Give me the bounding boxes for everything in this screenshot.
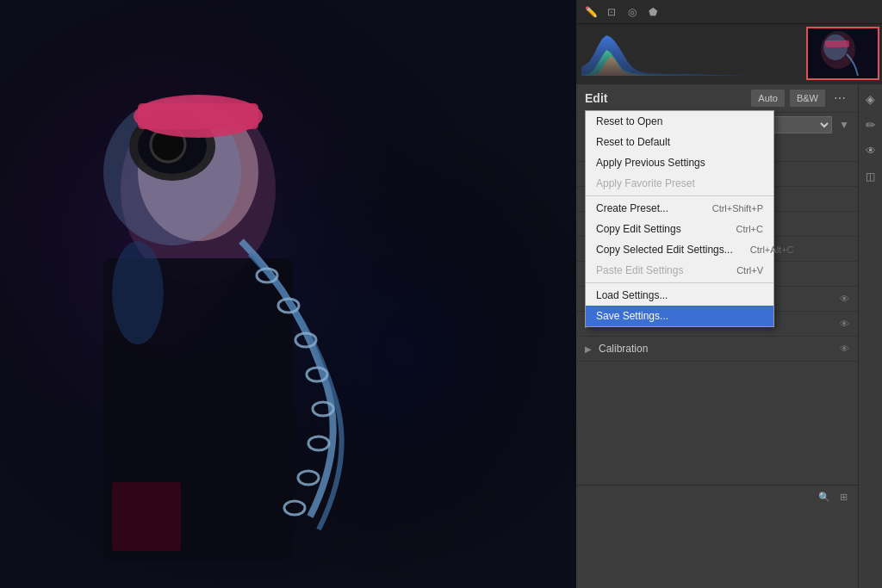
svg-rect-11	[138, 103, 258, 129]
context-menu-item-create_preset[interactable]: Create Preset...Ctrl+Shift+P	[586, 198, 773, 219]
brush-icon[interactable]: ✏	[861, 115, 880, 134]
side-icons-panel: ◈ ✏ 👁 ◫	[858, 84, 882, 588]
context-menu-label-apply_favorite_preset: Apply Favorite Preset	[596, 177, 695, 189]
svg-rect-21	[112, 482, 181, 551]
context-menu-shortcut-copy_selected_edit_settings: Ctrl+Alt+C	[750, 244, 794, 255]
profile-arrow-icon: ▼	[839, 119, 849, 131]
heal-icon[interactable]: ◎	[623, 3, 642, 22]
context-menu-item-paste_edit_settings: Paste Edit SettingsCtrl+V	[586, 260, 773, 281]
thumbnail-image[interactable]	[806, 27, 879, 80]
thumbnail-svg	[808, 28, 877, 78]
context-menu-label-reset_to_open: Reset to Open	[596, 115, 662, 127]
effects-eye-icon[interactable]: 👁	[840, 319, 849, 329]
photo-area	[0, 0, 576, 588]
context-menu-item-apply_favorite_preset: Apply Favorite Preset	[586, 173, 773, 194]
context-menu-label-reset_to_default: Reset to Default	[596, 136, 670, 148]
context-menu-item-copy_selected_edit_settings[interactable]: Copy Selected Edit Settings...Ctrl+Alt+C	[586, 239, 773, 260]
auto-button[interactable]: Auto	[751, 90, 785, 107]
context-menu-label-apply_previous_settings: Apply Previous Settings	[596, 157, 705, 169]
histogram-thumbnail-area	[576, 24, 882, 84]
context-menu-shortcut-create_preset: Ctrl+Shift+P	[712, 203, 763, 214]
context-menu-separator	[586, 282, 773, 283]
edit-title: Edit	[585, 91, 607, 105]
bottom-section: 🔍 ⊞	[576, 485, 858, 588]
context-menu-label-load_settings: Load Settings...	[596, 289, 668, 301]
bw-button[interactable]: B&W	[790, 90, 825, 107]
svg-rect-26	[825, 40, 849, 47]
context-menu-item-reset_to_default[interactable]: Reset to Default	[586, 132, 773, 152]
panel-item-calibration[interactable]: ▶Calibration👁	[576, 337, 858, 362]
context-menu-label-save_settings: Save Settings...	[596, 310, 668, 322]
navigator-icon[interactable]: ◈	[861, 90, 880, 108]
grid-icon[interactable]: ⊞	[835, 489, 851, 504]
mask-icon[interactable]: ⬟	[643, 3, 662, 22]
layers-icon[interactable]: ◫	[861, 167, 880, 186]
right-panel: ✏️ ⊡ ◎ ⬟	[576, 0, 882, 588]
histogram-svg	[581, 28, 798, 76]
context-menu: Reset to OpenReset to DefaultApply Previ…	[585, 110, 774, 327]
calibration-eye-icon[interactable]: 👁	[840, 344, 849, 354]
context-menu-label-paste_edit_settings: Paste Edit Settings	[596, 264, 683, 276]
edit-header: Edit Auto B&W ⋯	[576, 84, 858, 113]
context-menu-item-apply_previous_settings[interactable]: Apply Previous Settings	[586, 152, 773, 173]
calibration-label: Calibration	[599, 343, 840, 355]
context-menu-item-save_settings[interactable]: Save Settings...	[586, 306, 773, 326]
zoom-icon[interactable]: 🔍	[817, 489, 832, 504]
eye-icon[interactable]: 👁	[861, 141, 880, 160]
context-menu-item-copy_edit_settings[interactable]: Copy Edit SettingsCtrl+C	[586, 219, 773, 239]
context-menu-label-create_preset: Create Preset...	[596, 202, 668, 214]
crop-icon[interactable]: ⊡	[602, 3, 621, 22]
photo-svg	[0, 0, 576, 588]
context-menu-label-copy_edit_settings: Copy Edit Settings	[596, 223, 681, 235]
edit-header-buttons: Auto B&W ⋯	[751, 90, 849, 107]
edit-icon[interactable]: ✏️	[581, 3, 600, 22]
svg-point-22	[112, 241, 164, 344]
top-toolbar: ✏️ ⊡ ◎ ⬟	[576, 0, 882, 24]
photo-background	[0, 0, 576, 588]
settings-menu-icon[interactable]: ⋯	[830, 90, 849, 107]
context-menu-label-copy_selected_edit_settings: Copy Selected Edit Settings...	[596, 244, 733, 256]
context-menu-item-reset_to_open[interactable]: Reset to Open	[586, 111, 773, 132]
context-menu-item-load_settings[interactable]: Load Settings...	[586, 285, 773, 306]
histogram-area	[576, 24, 804, 83]
context-menu-shortcut-copy_edit_settings: Ctrl+C	[736, 224, 763, 234]
bottom-controls: 🔍 ⊞	[576, 486, 858, 508]
geometry-eye-icon[interactable]: 👁	[840, 294, 849, 304]
context-menu-shortcut-paste_edit_settings: Ctrl+V	[736, 265, 763, 275]
context-menu-separator	[586, 195, 773, 196]
calibration-arrow-icon: ▶	[585, 344, 592, 354]
